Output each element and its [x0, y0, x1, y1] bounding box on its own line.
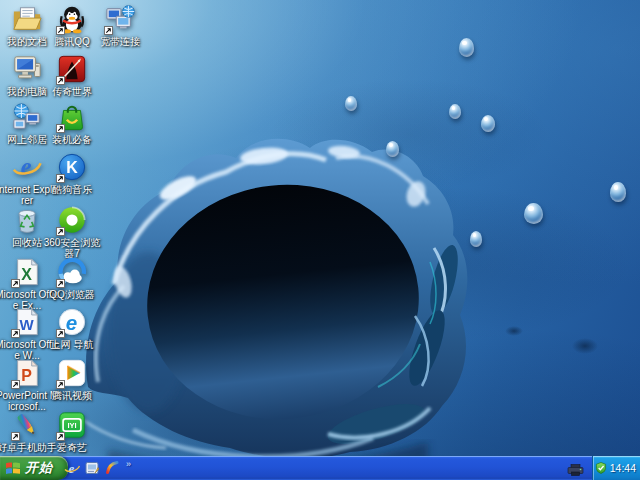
broadband-connection-icon — [105, 4, 135, 34]
qq-browser-icon — [57, 257, 87, 287]
desktop-icon-label: 上网 导航 — [40, 339, 104, 350]
desktop-icon-label: QQ浏览器 — [40, 289, 104, 300]
water-droplet — [386, 141, 399, 157]
svg-text:e: e — [66, 311, 77, 334]
desktop-icon-qq-browser[interactable]: QQ浏览器 — [40, 257, 104, 300]
desktop-icon-iqiyi[interactable]: IYI 爱奇艺 — [40, 410, 104, 453]
water-droplet — [610, 182, 626, 202]
quick-launch-internet-explorer-icon[interactable]: e — [64, 460, 80, 476]
desktop-icon-essential-apps[interactable]: 装机必备 — [40, 102, 104, 145]
shortcut-arrow-icon — [56, 76, 65, 85]
desktop-icon-label: 腾讯视频 — [40, 390, 104, 401]
internet-explorer-icon: e — [12, 152, 42, 182]
desktop-icon-web-navigation[interactable]: e 上网 导航 — [40, 307, 104, 350]
360-safe-browser-icon — [57, 205, 87, 235]
start-button-label: 开始 — [25, 459, 53, 477]
shortcut-arrow-icon — [104, 26, 113, 35]
shortcut-arrow-icon — [11, 432, 20, 441]
droplet-shadow — [505, 326, 523, 336]
word-icon: W — [12, 307, 42, 337]
shortcut-arrow-icon — [56, 124, 65, 133]
water-droplet — [524, 203, 543, 224]
shortcut-arrow-icon — [11, 329, 20, 338]
essential-apps-bag-icon — [57, 102, 87, 132]
desktop-icon-label: 爱奇艺 — [40, 442, 104, 453]
tencent-video-icon — [57, 358, 87, 388]
quick-launch-media-player-icon[interactable] — [104, 460, 120, 476]
printer-tray-icon[interactable] — [567, 462, 584, 474]
water-droplet — [481, 115, 495, 132]
desktop-icon-360-browser[interactable]: 360安全浏览器7 — [40, 205, 104, 259]
system-tray: 14:44 — [592, 456, 640, 480]
network-places-icon — [12, 102, 42, 132]
svg-text:IYI: IYI — [67, 421, 76, 430]
start-button[interactable]: 开始 — [0, 456, 68, 480]
desktop-icon-kugou-music[interactable]: K 酷狗音乐 — [40, 152, 104, 195]
water-droplet — [470, 231, 482, 247]
quick-launch-bar: e » — [64, 456, 131, 480]
windows-logo-icon — [5, 461, 21, 475]
svg-text:K: K — [66, 159, 78, 176]
desktop-icon-broadband-connection[interactable]: 宽带连接 — [88, 4, 152, 47]
quick-launch-overflow-chevron[interactable]: » — [126, 460, 131, 469]
my-documents-icon — [12, 4, 42, 34]
kugou-music-icon: K — [57, 152, 87, 182]
taskbar: 开始 e — [0, 456, 640, 480]
water-droplet — [459, 38, 474, 57]
svg-text:e: e — [21, 153, 32, 180]
shortcut-arrow-icon — [11, 279, 20, 288]
shortcut-arrow-icon — [56, 174, 65, 183]
water-droplet — [345, 96, 357, 111]
desktop: 我的文档 我的电脑 网上邻居 e In — [0, 0, 640, 480]
svg-text:W: W — [19, 316, 34, 333]
droplet-shadow — [572, 338, 598, 354]
taskbar-clock[interactable]: 14:44 — [610, 462, 636, 474]
svg-text:X: X — [21, 266, 32, 283]
iqiyi-icon: IYI — [57, 410, 87, 440]
shortcut-arrow-icon — [56, 380, 65, 389]
web-navigation-icon: e — [57, 307, 87, 337]
desktop-icon-label: 酷狗音乐 — [40, 184, 104, 195]
shortcut-arrow-icon — [11, 380, 20, 389]
water-droplet — [449, 104, 461, 119]
excel-icon: X — [12, 257, 42, 287]
shortcut-arrow-icon — [56, 329, 65, 338]
legend-of-mir-world-icon — [57, 54, 87, 84]
water-splash-artwork — [78, 132, 473, 462]
shortcut-arrow-icon — [56, 26, 65, 35]
shortcut-arrow-icon — [56, 432, 65, 441]
desktop-icon-label: 传奇世界 — [40, 86, 104, 97]
security-tray-icon[interactable] — [595, 462, 607, 474]
svg-text:P: P — [21, 367, 32, 384]
desktop-icon-tencent-video[interactable]: 腾讯视频 — [40, 358, 104, 401]
svg-text:e: e — [69, 461, 75, 476]
desktop-icon-label: 宽带连接 — [88, 36, 152, 47]
quick-launch-show-desktop-icon[interactable] — [84, 460, 100, 476]
shortcut-arrow-icon — [56, 279, 65, 288]
my-computer-icon — [12, 54, 42, 84]
haozhuo-phone-assistant-icon — [12, 410, 42, 440]
powerpoint-icon: P — [12, 358, 42, 388]
desktop-icon-label: 装机必备 — [40, 134, 104, 145]
tencent-qq-icon — [57, 4, 87, 34]
desktop-icon-label: 360安全浏览器7 — [40, 237, 104, 259]
shortcut-arrow-icon — [56, 227, 65, 236]
desktop-icon-legend-world[interactable]: 传奇世界 — [40, 54, 104, 97]
recycle-bin-icon — [12, 205, 42, 235]
